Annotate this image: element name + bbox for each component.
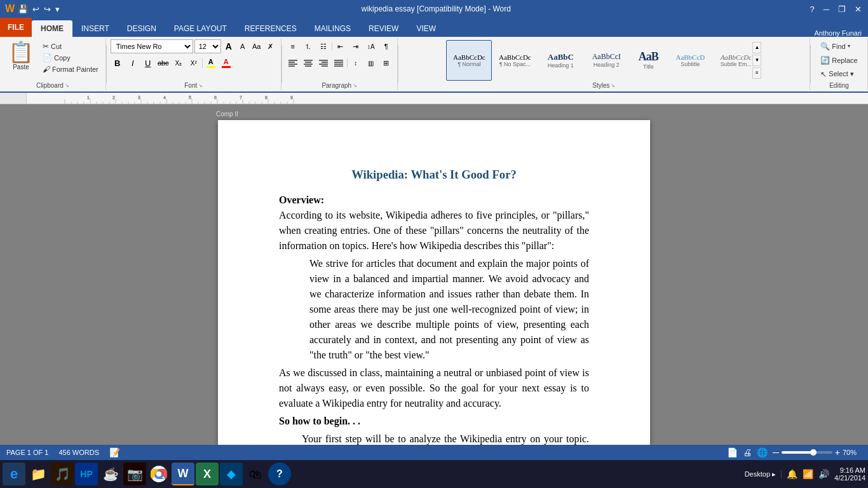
document-page[interactable]: Wikipedia: What's It Good For? Overview:… — [218, 120, 650, 445]
ie-taskbar-icon[interactable]: e — [3, 463, 25, 485]
underline-button[interactable]: U — [141, 56, 155, 70]
clear-formatting-button[interactable]: ✗ — [264, 40, 277, 53]
clipboard-expand-icon[interactable]: ↘ — [65, 83, 69, 88]
zoom-out-button[interactable]: ─ — [773, 447, 779, 458]
style-no-spacing[interactable]: AaBbCcDc ¶ No Spac... — [492, 40, 538, 81]
font-color-button[interactable]: A — [219, 56, 233, 70]
word-taskbar-icon[interactable]: W — [172, 463, 194, 485]
bold-button[interactable]: B — [111, 56, 125, 70]
numbering-button[interactable]: ⒈ — [301, 39, 315, 53]
folder-taskbar-icon[interactable]: 📁 — [27, 463, 50, 485]
style-subtitle[interactable]: AaBbCcD Subtitle — [667, 40, 713, 81]
restore-button[interactable]: ❐ — [834, 4, 850, 14]
save-quick-btn[interactable]: 💾 — [17, 4, 29, 14]
excel-taskbar-icon[interactable]: X — [196, 463, 219, 485]
shading-button[interactable]: ▥ — [364, 56, 378, 70]
styles-scroll-up-button[interactable]: ▲ — [752, 42, 761, 53]
multilevel-list-button[interactable]: ☷ — [316, 39, 330, 53]
web-layout-icon[interactable]: 🌐 — [757, 447, 768, 458]
styles-scroll-down-button[interactable]: ▼ — [752, 55, 761, 66]
style-subtle-em[interactable]: AaBbCcDc Subtle Em... — [713, 40, 751, 81]
tab-design[interactable]: DESIGN — [118, 20, 165, 37]
scissors-icon: ✂ — [43, 42, 49, 51]
select-button[interactable]: ↖ Select ▾ — [816, 68, 862, 81]
help-taskbar-icon[interactable]: ? — [268, 463, 291, 485]
format-painter-button[interactable]: 🖌 Format Painter — [39, 64, 102, 75]
minimize-button[interactable]: ─ — [820, 4, 833, 14]
cut-button[interactable]: ✂ Cut — [39, 41, 102, 52]
style-heading2[interactable]: AaBbCcI Heading 2 — [583, 40, 629, 81]
cut-label: Cut — [51, 43, 62, 50]
decrease-font-size-button[interactable]: A — [236, 40, 249, 53]
font-name-select[interactable]: Times New Ro Arial Calibri — [111, 39, 193, 53]
volume-icon[interactable]: 🔊 — [818, 469, 829, 480]
font-size-select[interactable]: 12 10 11 14 16 — [194, 39, 221, 53]
text-highlight-color-button[interactable]: A — [204, 56, 218, 70]
clock-area: 9:16 AM 4/21/2014 — [834, 466, 865, 482]
chrome-taskbar-icon[interactable] — [147, 463, 170, 485]
bag-taskbar-icon[interactable]: 🛍 — [244, 463, 267, 485]
bullets-button[interactable]: ≡ — [286, 39, 300, 53]
strikethrough-button[interactable]: abc — [156, 56, 170, 70]
line-spacing-button[interactable]: ↕ — [349, 56, 363, 70]
redo-quick-btn[interactable]: ↪ — [43, 4, 52, 14]
italic-button[interactable]: I — [126, 56, 140, 70]
style-normal[interactable]: AaBbCcDc ¶ Normal — [446, 40, 492, 81]
clipboard-group: 📋 Paste ✂ Cut 📄 Copy 🖌 Format Painter — [0, 38, 106, 90]
print-layout-icon[interactable]: 🖨 — [743, 447, 752, 458]
find-button[interactable]: 🔍 Find ▾ — [816, 40, 862, 53]
paragraph-group: ≡ ⒈ ☷ ⇤ ⇥ ↕A ¶ — [282, 38, 398, 90]
store-taskbar-icon[interactable]: ◆ — [220, 463, 243, 485]
align-center-button[interactable] — [301, 56, 315, 70]
tab-pagelayout[interactable]: PAGE LAYOUT — [165, 20, 236, 37]
align-left-button[interactable] — [286, 56, 300, 70]
sort-button[interactable]: ↕A — [364, 39, 378, 53]
align-right-button[interactable] — [316, 56, 330, 70]
undo-quick-btn[interactable]: ↩ — [31, 4, 41, 14]
video-taskbar-icon[interactable]: 📷 — [123, 463, 146, 485]
style-normal-preview: AaBbCcDc — [453, 53, 485, 61]
media-taskbar-icon[interactable]: 🎵 — [51, 463, 74, 485]
tab-insert[interactable]: INSERT — [72, 20, 118, 37]
java-taskbar-icon[interactable]: ☕ — [99, 463, 122, 485]
desktop-label[interactable]: Desktop ▸ — [745, 470, 782, 478]
copy-button[interactable]: 📄 Copy — [39, 52, 102, 64]
qa-more-btn[interactable]: ▾ — [54, 4, 61, 14]
increase-indent-button[interactable]: ⇥ — [349, 39, 363, 53]
show-hide-button[interactable]: ¶ — [379, 39, 393, 53]
paste-button[interactable]: 📋 Paste — [4, 39, 38, 72]
change-case-button[interactable]: Aa — [250, 40, 263, 53]
paragraph-expand-icon[interactable]: ↘ — [353, 83, 357, 88]
tab-mailings[interactable]: MAILINGS — [306, 20, 360, 37]
tab-review[interactable]: REVIEW — [360, 20, 407, 37]
zoom-controls[interactable]: ─ + 70% — [773, 447, 862, 458]
taskbar: e 📁 🎵 HP ☕ 📷 W X ◆ 🛍 ? — [0, 460, 868, 488]
tab-view[interactable]: VIEW — [407, 20, 445, 37]
proofread-icon[interactable]: 📝 — [109, 447, 120, 458]
tab-home[interactable]: HOME — [32, 20, 72, 37]
subscript-button[interactable]: X₂ — [172, 56, 186, 70]
zoom-in-button[interactable]: + — [835, 447, 840, 458]
document-area[interactable]: Comp II Wikipedia: What's It Good For? O… — [0, 104, 868, 445]
style-heading1[interactable]: AaBbC Heading 1 — [538, 40, 583, 81]
borders-button[interactable]: ⊞ — [379, 56, 393, 70]
tab-file[interactable]: FILE — [0, 18, 32, 37]
style-title[interactable]: AaB Title — [629, 40, 667, 81]
tab-references[interactable]: REFERENCES — [236, 20, 306, 37]
styles-expand-button[interactable]: ≡ — [752, 67, 761, 79]
format-painter-label: Format Painter — [52, 65, 98, 73]
decrease-indent-button[interactable]: ⇤ — [334, 39, 348, 53]
layout-view-icon[interactable]: 📄 — [727, 447, 738, 458]
increase-font-size-button[interactable]: A — [222, 40, 235, 53]
font-expand-icon[interactable]: ↘ — [198, 83, 203, 88]
hp-taskbar-icon[interactable]: HP — [75, 463, 98, 485]
style-subtleem-preview: AaBbCcDc — [721, 53, 752, 61]
superscript-button[interactable]: X² — [187, 56, 201, 70]
help-button[interactable]: ? — [806, 4, 818, 14]
replace-button[interactable]: 🔄 Replace — [816, 54, 862, 67]
notification-icon[interactable]: 🔔 — [787, 469, 797, 480]
styles-expand-icon[interactable]: ↘ — [611, 83, 615, 88]
network-icon[interactable]: 📶 — [803, 469, 813, 480]
close-button[interactable]: ✕ — [851, 4, 865, 14]
justify-button[interactable] — [332, 56, 346, 70]
